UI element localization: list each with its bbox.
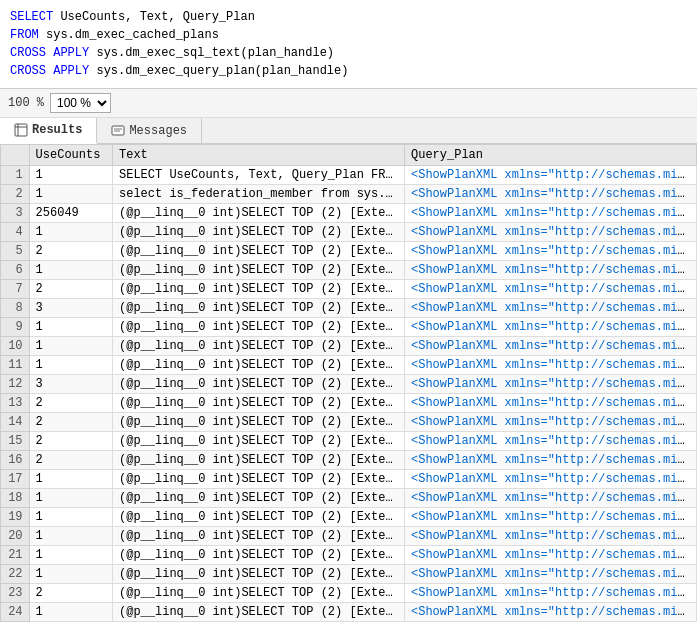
- cell-queryplan[interactable]: <ShowPlanXML xmlns="http://schemas.micro…: [404, 280, 696, 299]
- cell-usecounts: 1: [29, 470, 112, 489]
- cell-queryplan[interactable]: <ShowPlanXML xmlns="http://schemas.micro…: [404, 356, 696, 375]
- table-row: 162(@p__linq__0 int)SELECT TOP (2) [Exte…: [1, 451, 697, 470]
- row-number: 14: [1, 413, 30, 432]
- cell-queryplan[interactable]: <ShowPlanXML xmlns="http://schemas.micro…: [404, 603, 696, 622]
- cell-queryplan[interactable]: <ShowPlanXML xmlns="http://schemas.micro…: [404, 394, 696, 413]
- tab-messages-label: Messages: [129, 124, 187, 138]
- cell-usecounts: 2: [29, 413, 112, 432]
- query-plan-link[interactable]: <ShowPlanXML xmlns="http://schemas.micro…: [411, 434, 697, 448]
- query-plan-link[interactable]: <ShowPlanXML xmlns="http://schemas.micro…: [411, 339, 697, 353]
- cell-text: (@p__linq__0 int)SELECT TOP (2) [Extent1…: [113, 356, 405, 375]
- cell-queryplan[interactable]: <ShowPlanXML xmlns="http://schemas.micro…: [404, 375, 696, 394]
- cell-queryplan[interactable]: <ShowPlanXML xmlns="http://schemas.micro…: [404, 318, 696, 337]
- query-plan-link[interactable]: <ShowPlanXML xmlns="http://schemas.micro…: [411, 567, 697, 581]
- cell-queryplan[interactable]: <ShowPlanXML xmlns="http://schemas.micro…: [404, 546, 696, 565]
- table-header-row: UseCounts Text Query_Plan: [1, 145, 697, 166]
- col-header-queryplan: Query_Plan: [404, 145, 696, 166]
- cell-queryplan[interactable]: <ShowPlanXML xmlns="http://schemas.micro…: [404, 508, 696, 527]
- table-row: 41(@p__linq__0 int)SELECT TOP (2) [Exten…: [1, 223, 697, 242]
- cell-queryplan[interactable]: <ShowPlanXML xmlns="http://schemas.micro…: [404, 432, 696, 451]
- query-plan-link[interactable]: <ShowPlanXML xmlns="http://schemas.micro…: [411, 187, 697, 201]
- query-plan-link[interactable]: <ShowPlanXML xmlns="http://schemas.micro…: [411, 358, 697, 372]
- row-number: 23: [1, 584, 30, 603]
- query-plan-link[interactable]: <ShowPlanXML xmlns="http://schemas.micro…: [411, 453, 697, 467]
- query-plan-link[interactable]: <ShowPlanXML xmlns="http://schemas.micro…: [411, 529, 697, 543]
- row-number: 15: [1, 432, 30, 451]
- query-plan-link[interactable]: <ShowPlanXML xmlns="http://schemas.micro…: [411, 168, 697, 182]
- table-row: 181(@p__linq__0 int)SELECT TOP (2) [Exte…: [1, 489, 697, 508]
- query-plan-link[interactable]: <ShowPlanXML xmlns="http://schemas.micro…: [411, 282, 697, 296]
- tab-messages[interactable]: Messages: [97, 118, 202, 143]
- cell-usecounts: 2: [29, 432, 112, 451]
- tabs-bar: Results Messages: [0, 118, 697, 144]
- cell-usecounts: 3: [29, 299, 112, 318]
- table-row: 232(@p__linq__0 int)SELECT TOP (2) [Exte…: [1, 584, 697, 603]
- row-number: 10: [1, 337, 30, 356]
- cell-queryplan[interactable]: <ShowPlanXML xmlns="http://schemas.micro…: [404, 470, 696, 489]
- cell-usecounts: 2: [29, 584, 112, 603]
- table-row: 241(@p__linq__0 int)SELECT TOP (2) [Exte…: [1, 603, 697, 622]
- row-number: 24: [1, 603, 30, 622]
- cell-usecounts: 2: [29, 394, 112, 413]
- query-plan-link[interactable]: <ShowPlanXML xmlns="http://schemas.micro…: [411, 586, 697, 600]
- results-table-wrapper[interactable]: UseCounts Text Query_Plan 11SELECT UseCo…: [0, 144, 697, 634]
- cell-text: (@p__linq__0 int)SELECT TOP (2) [Extent1…: [113, 242, 405, 261]
- query-plan-link[interactable]: <ShowPlanXML xmlns="http://schemas.micro…: [411, 263, 697, 277]
- query-plan-link[interactable]: <ShowPlanXML xmlns="http://schemas.micro…: [411, 491, 697, 505]
- cell-text: (@p__linq__0 int)SELECT TOP (2) [Extent1…: [113, 451, 405, 470]
- cell-queryplan[interactable]: <ShowPlanXML xmlns="http://schemas.micro…: [404, 242, 696, 261]
- cell-usecounts: 2: [29, 242, 112, 261]
- query-plan-link[interactable]: <ShowPlanXML xmlns="http://schemas.micro…: [411, 301, 697, 315]
- cell-queryplan[interactable]: <ShowPlanXML xmlns="http://schemas.micro…: [404, 527, 696, 546]
- row-number: 11: [1, 356, 30, 375]
- tab-results[interactable]: Results: [0, 118, 97, 144]
- cell-queryplan[interactable]: <ShowPlanXML xmlns="http://schemas.micro…: [404, 185, 696, 204]
- query-plan-link[interactable]: <ShowPlanXML xmlns="http://schemas.micro…: [411, 415, 697, 429]
- cell-text: (@p__linq__0 int)SELECT TOP (2) [Extent1…: [113, 375, 405, 394]
- row-number: 3: [1, 204, 30, 223]
- cell-queryplan[interactable]: <ShowPlanXML xmlns="http://schemas.micro…: [404, 489, 696, 508]
- query-plan-link[interactable]: <ShowPlanXML xmlns="http://schemas.micro…: [411, 225, 697, 239]
- query-plan-link[interactable]: <ShowPlanXML xmlns="http://schemas.micro…: [411, 206, 697, 220]
- row-number: 9: [1, 318, 30, 337]
- query-plan-link[interactable]: <ShowPlanXML xmlns="http://schemas.micro…: [411, 605, 697, 619]
- query-plan-link[interactable]: <ShowPlanXML xmlns="http://schemas.micro…: [411, 548, 697, 562]
- table-row: 101(@p__linq__0 int)SELECT TOP (2) [Exte…: [1, 337, 697, 356]
- query-plan-link[interactable]: <ShowPlanXML xmlns="http://schemas.micro…: [411, 377, 697, 391]
- table-row: 211(@p__linq__0 int)SELECT TOP (2) [Exte…: [1, 546, 697, 565]
- cell-text: (@p__linq__0 int)SELECT TOP (2) [Extent1…: [113, 299, 405, 318]
- svg-rect-3: [112, 126, 124, 135]
- cell-usecounts: 1: [29, 508, 112, 527]
- code-line-2: FROM sys.dm_exec_cached_plans: [10, 26, 687, 44]
- cell-usecounts: 1: [29, 489, 112, 508]
- cell-queryplan[interactable]: <ShowPlanXML xmlns="http://schemas.micro…: [404, 223, 696, 242]
- row-number: 20: [1, 527, 30, 546]
- cell-queryplan[interactable]: <ShowPlanXML xmlns="http://schemas.micro…: [404, 204, 696, 223]
- cell-text: (@p__linq__0 int)SELECT TOP (2) [Extent1…: [113, 527, 405, 546]
- cell-queryplan[interactable]: <ShowPlanXML xmlns="http://schemas.micro…: [404, 565, 696, 584]
- cell-queryplan[interactable]: <ShowPlanXML xmlns="http://schemas.micro…: [404, 584, 696, 603]
- cell-text: SELECT UseCounts, Text, Query_Plan FROM …: [113, 166, 405, 185]
- query-plan-link[interactable]: <ShowPlanXML xmlns="http://schemas.micro…: [411, 320, 697, 334]
- zoom-select[interactable]: 100 % 75 % 125 % 150 %: [50, 93, 111, 113]
- cell-text: (@p__linq__0 int)SELECT TOP (2) [Extent1…: [113, 508, 405, 527]
- col-header-rownum: [1, 145, 30, 166]
- keyword-cross-2: CROSS: [10, 62, 46, 80]
- query-plan-link[interactable]: <ShowPlanXML xmlns="http://schemas.micro…: [411, 244, 697, 258]
- cell-queryplan[interactable]: <ShowPlanXML xmlns="http://schemas.micro…: [404, 166, 696, 185]
- row-number: 2: [1, 185, 30, 204]
- sql-editor[interactable]: SELECT UseCounts, Text, Query_Plan FROM …: [0, 0, 697, 89]
- cell-usecounts: 1: [29, 546, 112, 565]
- row-number: 21: [1, 546, 30, 565]
- table-row: 142(@p__linq__0 int)SELECT TOP (2) [Exte…: [1, 413, 697, 432]
- cell-queryplan[interactable]: <ShowPlanXML xmlns="http://schemas.micro…: [404, 413, 696, 432]
- query-plan-link[interactable]: <ShowPlanXML xmlns="http://schemas.micro…: [411, 510, 697, 524]
- query-plan-link[interactable]: <ShowPlanXML xmlns="http://schemas.micro…: [411, 472, 697, 486]
- query-plan-link[interactable]: <ShowPlanXML xmlns="http://schemas.micro…: [411, 396, 697, 410]
- svg-rect-0: [15, 124, 27, 136]
- cell-queryplan[interactable]: <ShowPlanXML xmlns="http://schemas.micro…: [404, 299, 696, 318]
- cell-queryplan[interactable]: <ShowPlanXML xmlns="http://schemas.micro…: [404, 451, 696, 470]
- cell-queryplan[interactable]: <ShowPlanXML xmlns="http://schemas.micro…: [404, 261, 696, 280]
- cell-queryplan[interactable]: <ShowPlanXML xmlns="http://schemas.micro…: [404, 337, 696, 356]
- keyword-apply-2: APPLY: [53, 62, 89, 80]
